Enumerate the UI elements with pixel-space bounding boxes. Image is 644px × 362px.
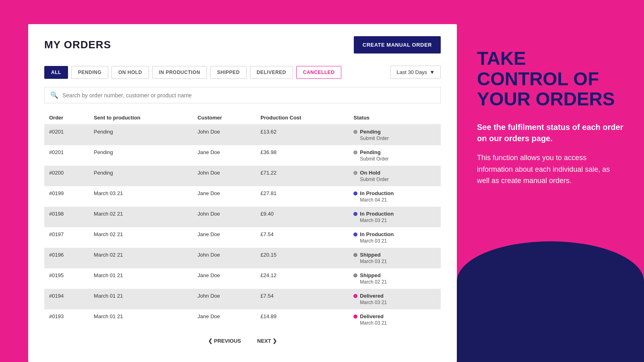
status-sub: March 03 21 — [360, 238, 436, 244]
status-dot — [353, 130, 357, 134]
production-cost: £24.12 — [256, 268, 349, 289]
table-row[interactable]: #0196 March 02 21 John Doe £20.15 Shippe… — [44, 248, 441, 268]
customer-name: Jane Doe — [193, 309, 256, 330]
order-number: #0196 — [44, 248, 89, 268]
order-number: #0201 — [44, 124, 89, 145]
production-cost: £7.54 — [256, 289, 349, 309]
customer-name: John Doe — [193, 207, 256, 227]
pagination: ❮ PREVIOUS NEXT ❯ — [44, 330, 441, 348]
order-number: #0193 — [44, 309, 89, 330]
filter-tab-delivered[interactable]: DELIVERED — [250, 66, 293, 79]
search-input[interactable] — [62, 92, 435, 99]
status-dot — [353, 253, 357, 257]
customer-name: John Doe — [193, 248, 256, 268]
table-row[interactable]: #0197 March 02 21 Jane Doe £7.54 In Prod… — [44, 227, 441, 248]
status-cell: Delivered March 03 21 — [349, 289, 441, 309]
column-status: Status — [349, 111, 441, 124]
sent-to-production: Pending — [89, 145, 193, 166]
status-sub: March 04 21 — [360, 197, 436, 203]
status-label: Pending — [360, 149, 380, 155]
order-number: #0197 — [44, 227, 89, 248]
status-cell: In Production March 03 21 — [349, 227, 441, 248]
right-subtext-bold: See the fulfilment status of each order … — [477, 121, 624, 144]
production-cost: £36.98 — [256, 145, 349, 166]
table-row[interactable]: #0200 Pending John Doe £71.22 On Hold Su… — [44, 166, 441, 186]
right-content: TAKE CONTROL OF YOUR ORDERS See the fulf… — [477, 24, 624, 187]
status-label: On Hold — [360, 170, 380, 176]
column-customer: Customer — [193, 111, 256, 124]
status-label: Shipped — [360, 252, 380, 258]
table-row[interactable]: #0199 March 03 21 Jane Doe £27.81 In Pro… — [44, 186, 441, 207]
status-label: Delivered — [360, 313, 384, 319]
sent-to-production: March 02 21 — [89, 248, 193, 268]
sent-to-production: March 01 21 — [89, 289, 193, 309]
right-heading: TAKE CONTROL OF YOUR ORDERS — [477, 48, 624, 109]
status-sub: March 03 21 — [360, 320, 436, 326]
customer-name: John Doe — [193, 289, 256, 309]
status-sub: Submit Order — [360, 177, 436, 182]
search-icon: 🔍 — [50, 91, 58, 99]
production-cost: £71.22 — [256, 166, 349, 186]
orders-panel: MY ORDERS CREATE MANUAL ORDER ALLPENDING… — [28, 24, 457, 362]
table-header: OrderSent to productionCustomerProductio… — [44, 111, 441, 124]
status-label: In Production — [360, 231, 394, 237]
status-dot — [353, 171, 357, 175]
table-row[interactable]: #0198 March 02 21 John Doe £9.40 In Prod… — [44, 207, 441, 227]
page-header: MY ORDERS CREATE MANUAL ORDER — [44, 36, 441, 53]
chevron-down-icon: ▼ — [429, 69, 435, 75]
filter-tab-pending[interactable]: PENDING — [71, 66, 108, 79]
status-label: In Production — [360, 190, 394, 196]
filter-tab-shipped[interactable]: SHIPPED — [210, 66, 246, 79]
create-order-button[interactable]: CREATE MANUAL ORDER — [354, 36, 441, 53]
table-row[interactable]: #0193 March 01 21 Jane Doe £14.89 Delive… — [44, 309, 441, 330]
customer-name: John Doe — [193, 124, 256, 145]
column-sent-to-production: Sent to production — [89, 111, 193, 124]
filter-tab-cancelled[interactable]: CANCELLED — [296, 66, 342, 79]
production-cost: £13.62 — [256, 124, 349, 145]
table-row[interactable]: #0201 Pending Jane Doe £36.98 Pending Su… — [44, 145, 441, 166]
status-dot — [353, 212, 357, 216]
sent-to-production: March 02 21 — [89, 207, 193, 227]
status-cell: Delivered March 03 21 — [349, 309, 441, 330]
page-title: MY ORDERS — [44, 39, 111, 51]
production-cost: £14.89 — [256, 309, 349, 330]
filter-tab-all[interactable]: ALL — [44, 66, 68, 79]
status-label: In Production — [360, 211, 394, 217]
status-cell: Shipped March 02 21 — [349, 268, 441, 289]
status-label: Pending — [360, 129, 380, 135]
table-row[interactable]: #0194 March 01 21 John Doe £7.54 Deliver… — [44, 289, 441, 309]
table-row[interactable]: #0201 Pending John Doe £13.62 Pending Su… — [44, 124, 441, 145]
production-cost: £27.81 — [256, 186, 349, 207]
right-heading-line3: YOUR ORDERS — [477, 88, 615, 109]
date-filter[interactable]: Last 30 Days▼ — [390, 66, 441, 79]
production-cost: £9.40 — [256, 207, 349, 227]
order-number: #0199 — [44, 186, 89, 207]
customer-name: Jane Doe — [193, 145, 256, 166]
next-button[interactable]: NEXT ❯ — [257, 338, 277, 344]
filter-tab-on_hold[interactable]: ON HOLD — [111, 66, 149, 79]
column-production-cost: Production Cost — [256, 111, 349, 124]
order-number: #0198 — [44, 207, 89, 227]
customer-name: John Doe — [193, 166, 256, 186]
filter-tabs: ALLPENDINGON HOLDIN PRODUCTIONSHIPPEDDEL… — [44, 66, 441, 79]
table-row[interactable]: #0195 March 01 21 Jane Doe £24.12 Shippe… — [44, 268, 441, 289]
status-dot — [353, 150, 357, 154]
navy-blob-decoration — [457, 241, 644, 362]
date-filter-label: Last 30 Days — [396, 69, 427, 75]
order-number: #0195 — [44, 268, 89, 289]
status-cell: Shipped March 03 21 — [349, 248, 441, 268]
status-sub: March 03 21 — [360, 300, 436, 305]
status-label: Shipped — [360, 272, 380, 278]
orders-table: OrderSent to productionCustomerProductio… — [44, 111, 441, 330]
right-panel: TAKE CONTROL OF YOUR ORDERS See the fulf… — [457, 0, 644, 362]
status-sub: Submit Order — [360, 156, 436, 162]
status-cell: On Hold Submit Order — [349, 166, 441, 186]
filter-tab-in_production[interactable]: IN PRODUCTION — [152, 66, 207, 79]
status-dot — [353, 274, 357, 278]
status-dot — [353, 232, 357, 237]
sent-to-production: Pending — [89, 124, 193, 145]
status-cell: In Production March 04 21 — [349, 186, 441, 207]
status-label: Delivered — [360, 293, 384, 299]
sent-to-production: March 01 21 — [89, 268, 193, 289]
previous-button[interactable]: ❮ PREVIOUS — [208, 338, 241, 344]
